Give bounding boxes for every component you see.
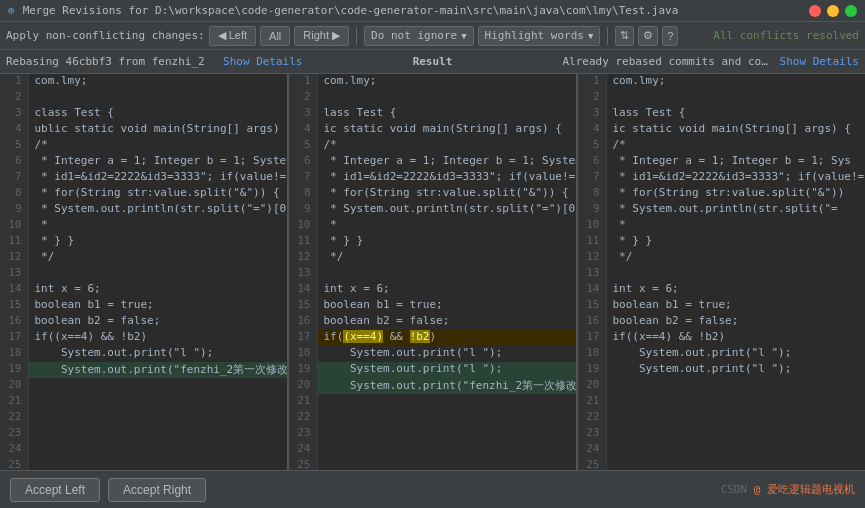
left-button[interactable]: ◀ Left xyxy=(209,26,256,46)
table-row: 1com.lmy; xyxy=(0,74,287,90)
table-row: 20 xyxy=(578,378,865,394)
line-number: 1 xyxy=(289,74,317,90)
line-number: 21 xyxy=(289,394,317,410)
center-panel: 1com.lmy;2 3lass Test {4ic static void m… xyxy=(288,74,577,470)
table-row: 17if((x==4) && !b2) xyxy=(289,330,576,346)
line-code: if((x==4) && !b2) xyxy=(317,330,576,346)
table-row: 24 xyxy=(0,442,287,458)
line-number: 25 xyxy=(289,458,317,470)
line-number: 14 xyxy=(578,282,606,298)
diff-view: 1com.lmy;2 3class Test {4ublic static vo… xyxy=(0,74,865,470)
line-code: * } } xyxy=(606,234,865,250)
sort-icon-btn[interactable]: ⇅ xyxy=(615,26,634,46)
line-number: 15 xyxy=(578,298,606,314)
line-code xyxy=(606,442,865,458)
accept-right-button[interactable]: Accept Right xyxy=(108,478,206,502)
line-number: 18 xyxy=(0,346,28,362)
highlight-words-dropdown[interactable]: Highlight words ▼ xyxy=(478,26,601,46)
line-code xyxy=(606,266,865,282)
line-number: 24 xyxy=(0,442,28,458)
line-number: 17 xyxy=(289,330,317,346)
main-toolbar: Apply non-conflicting changes: ◀ Left Al… xyxy=(0,22,865,50)
right-code-area[interactable]: 1com.lmy;2 3lass Test {4ic static void m… xyxy=(578,74,865,470)
help-icon-btn[interactable]: ? xyxy=(662,26,678,46)
table-row: 18 System.out.print("l "); xyxy=(289,346,576,362)
line-number: 23 xyxy=(0,426,28,442)
line-number: 9 xyxy=(578,202,606,218)
line-number: 7 xyxy=(0,170,28,186)
line-number: 16 xyxy=(289,314,317,330)
line-number: 6 xyxy=(0,154,28,170)
line-number: 22 xyxy=(578,410,606,426)
line-code: * id1=&id2=2222&id3=3333"; if(value!=nul xyxy=(28,170,287,186)
line-number: 22 xyxy=(0,410,28,426)
line-number: 1 xyxy=(578,74,606,90)
table-row: 6 * Integer a = 1; Integer b = 1; Sys xyxy=(578,154,865,170)
line-code xyxy=(317,458,576,470)
line-code: com.lmy; xyxy=(28,74,287,90)
line-code xyxy=(606,394,865,410)
line-code xyxy=(606,426,865,442)
line-code: boolean b1 = true; xyxy=(606,298,865,314)
line-number: 20 xyxy=(0,378,28,394)
line-code: if((x==4) && !b2) xyxy=(606,330,865,346)
panel-headers: Rebasing 46cbbf3 from fenzhi_2 Show Deta… xyxy=(0,50,865,74)
all-button[interactable]: All xyxy=(260,26,290,46)
minimize-button[interactable] xyxy=(827,5,839,17)
line-code: * for(String str:value.split("&")) { if xyxy=(317,186,576,202)
table-row: 23 xyxy=(578,426,865,442)
line-number: 18 xyxy=(578,346,606,362)
line-number: 13 xyxy=(0,266,28,282)
table-row: 12 */ xyxy=(289,250,576,266)
table-row: 8 * for(String str:value.split("&")) xyxy=(578,186,865,202)
line-code xyxy=(28,410,287,426)
table-row: 14int x = 6; xyxy=(578,282,865,298)
table-row: 17if((x==4) && !b2) xyxy=(0,330,287,346)
table-row: 13 xyxy=(0,266,287,282)
show-details-left-link[interactable]: Show Details xyxy=(223,55,302,68)
line-code: * id1=&id2=2222&id3=3333"; if(value!= xyxy=(606,170,865,186)
table-row: 3class Test { xyxy=(0,106,287,122)
line-number: 10 xyxy=(578,218,606,234)
line-number: 12 xyxy=(0,250,28,266)
table-row: 11 * } } xyxy=(578,234,865,250)
line-number: 21 xyxy=(578,394,606,410)
left-code-area[interactable]: 1com.lmy;2 3class Test {4ublic static vo… xyxy=(0,74,287,470)
result-label: Result xyxy=(303,55,563,68)
line-number: 22 xyxy=(289,410,317,426)
center-code-area[interactable]: 1com.lmy;2 3lass Test {4ic static void m… xyxy=(289,74,576,470)
settings-icon-btn[interactable]: ⚙ xyxy=(638,26,658,46)
line-number: 10 xyxy=(289,218,317,234)
accept-left-button[interactable]: Accept Left xyxy=(10,478,100,502)
maximize-button[interactable] xyxy=(845,5,857,17)
show-details-right-link[interactable]: Show Details xyxy=(780,55,859,68)
table-row: 25 xyxy=(289,458,576,470)
line-number: 7 xyxy=(289,170,317,186)
table-row: 2 xyxy=(0,90,287,106)
left-rebase-info: Rebasing 46cbbf3 from fenzhi_2 xyxy=(6,55,217,68)
line-number: 16 xyxy=(578,314,606,330)
table-row: 17if((x==4) && !b2) xyxy=(578,330,865,346)
right-button[interactable]: Right ▶ xyxy=(294,26,349,46)
line-number: 2 xyxy=(0,90,28,106)
line-code: ublic static void main(String[] args) { xyxy=(28,122,287,138)
line-number: 17 xyxy=(578,330,606,346)
line-code: class Test { xyxy=(28,106,287,122)
line-number: 6 xyxy=(578,154,606,170)
line-number: 8 xyxy=(0,186,28,202)
table-row: 22 xyxy=(0,410,287,426)
line-number: 25 xyxy=(0,458,28,470)
line-number: 8 xyxy=(578,186,606,202)
bottom-bar: Accept Left Accept Right CSDN @ 爱吃逻辑题电视机 xyxy=(0,470,865,508)
line-number: 6 xyxy=(289,154,317,170)
line-code: ic static void main(String[] args) { xyxy=(606,122,865,138)
title-text: Merge Revisions for D:\workspace\code-ge… xyxy=(23,4,679,17)
line-code xyxy=(28,90,287,106)
line-code xyxy=(606,410,865,426)
do-not-ignore-dropdown[interactable]: Do not ignore ▼ xyxy=(364,26,474,46)
toolbar-separator-1 xyxy=(356,27,357,45)
table-row: 4ic static void main(String[] args) { xyxy=(578,122,865,138)
line-code: ic static void main(String[] args) { xyxy=(317,122,576,138)
line-code: int x = 6; xyxy=(317,282,576,298)
close-button[interactable] xyxy=(809,5,821,17)
